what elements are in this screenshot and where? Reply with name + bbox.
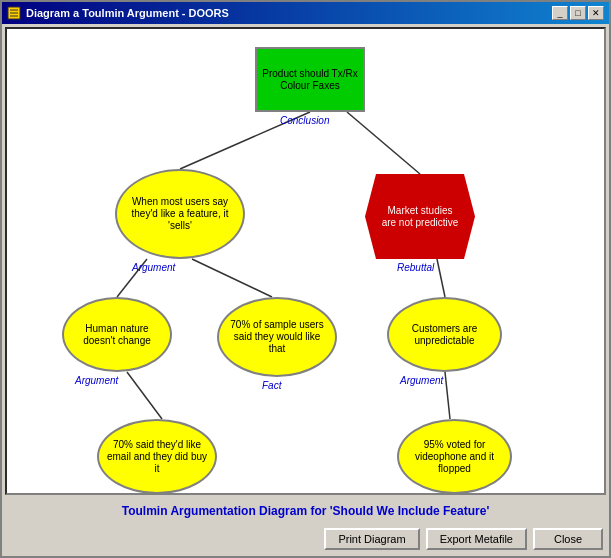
window-title: Diagram a Toulmin Argument - DOORS [26,7,229,19]
argument1-label: Argument [132,262,175,273]
button-bar: Print Diagram Export Metafile Close [2,524,609,556]
main-window: Diagram a Toulmin Argument - DOORS _ □ ✕ [0,0,611,558]
minimize-button[interactable]: _ [552,6,568,20]
app-icon [7,6,21,20]
footer-text: Toulmin Argumentation Diagram for 'Shoul… [2,498,609,524]
close-button[interactable]: Close [533,528,603,550]
fact1-node: 70% of sample users said they would like… [217,297,337,377]
svg-line-5 [347,112,420,174]
export-button[interactable]: Export Metafile [426,528,527,550]
svg-line-8 [437,259,445,297]
maximize-button[interactable]: □ [570,6,586,20]
fact3-node: 95% voted for videophone and it flopped [397,419,512,494]
argument2-label: Argument [75,375,118,386]
rebuttal-label: Rebuttal [397,262,434,273]
print-button[interactable]: Print Diagram [324,528,419,550]
fact2-node: 70% said they'd like email and they did … [97,419,217,494]
svg-line-7 [192,259,272,297]
argument3-node: Customers are unpredictable [387,297,502,372]
rebuttal-node: Market studies are not predictive [365,174,475,259]
argument3-label: Argument [400,375,443,386]
argument1-node: When most users say they'd like a featur… [115,169,245,259]
argument2-node: Human nature doesn't change [62,297,172,372]
svg-line-9 [127,372,162,419]
title-bar: Diagram a Toulmin Argument - DOORS _ □ ✕ [2,2,609,24]
conclusion-node: Product should Tx/Rx Colour Faxes [255,47,365,112]
fact1-label: Fact [262,380,281,391]
content-area: Product should Tx/Rx Colour Faxes Conclu… [5,27,606,495]
svg-line-10 [445,372,450,419]
close-window-button[interactable]: ✕ [588,6,604,20]
conclusion-label: Conclusion [280,115,329,126]
diagram-area: Product should Tx/Rx Colour Faxes Conclu… [7,29,604,493]
